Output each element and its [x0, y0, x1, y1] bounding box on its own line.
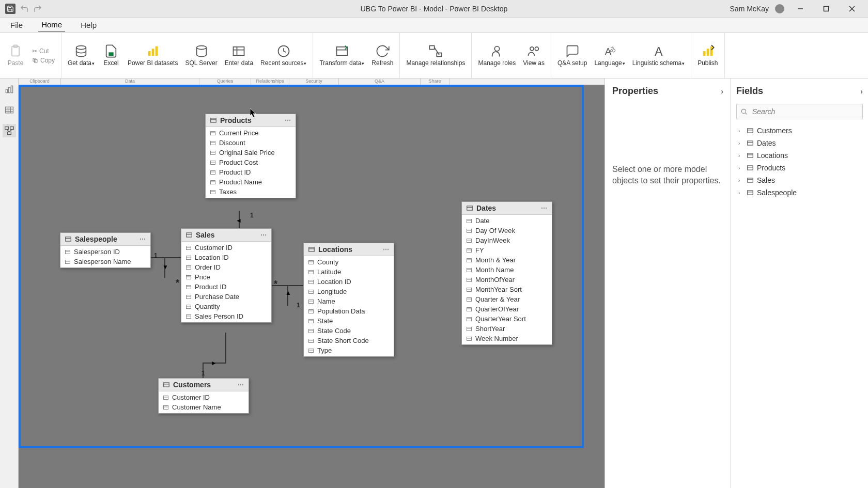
table-field[interactable]: Population Data — [304, 306, 394, 316]
table-field[interactable]: Salesperson ID — [60, 247, 150, 257]
fields-table-item[interactable]: ›Customers — [736, 125, 863, 136]
table-field[interactable]: DayInWeek — [462, 235, 552, 245]
table-field[interactable]: Product ID — [206, 167, 296, 177]
more-options-icon[interactable]: ⋯ — [285, 117, 291, 124]
table-field[interactable]: State Code — [304, 326, 394, 336]
redo-icon[interactable] — [33, 4, 42, 13]
fields-table-item[interactable]: ›Products — [736, 163, 863, 173]
relationship-line[interactable] — [225, 333, 226, 364]
table-field[interactable]: County — [304, 257, 394, 267]
table-field[interactable]: Location ID — [181, 253, 271, 262]
enter-data-button[interactable]: Enter data — [222, 42, 256, 69]
table-field[interactable]: Location ID — [304, 277, 394, 287]
table-field[interactable]: Customer Name — [159, 402, 249, 412]
fields-table-item[interactable]: ›Sales — [736, 175, 863, 185]
table-locations[interactable]: Locations ⋯ CountyLatitudeLocation IDLon… — [303, 243, 394, 357]
table-field[interactable]: FY — [462, 245, 552, 255]
undo-icon[interactable] — [20, 4, 29, 13]
more-options-icon[interactable]: ⋯ — [260, 231, 267, 239]
fields-table-item[interactable]: ›Locations — [736, 150, 863, 161]
report-view-button[interactable] — [3, 83, 16, 96]
table-header-salespeople[interactable]: Salespeople ⋯ — [60, 233, 150, 246]
collapse-properties-icon[interactable]: › — [721, 87, 723, 96]
table-field[interactable]: Customer ID — [181, 243, 271, 253]
qna-setup-button[interactable]: Q&A setup — [554, 42, 590, 69]
data-view-button[interactable] — [3, 103, 16, 117]
table-products[interactable]: Products ⋯ Current PriceDiscountOriginal… — [205, 114, 296, 198]
more-options-icon[interactable]: ⋯ — [238, 381, 244, 388]
table-field[interactable]: Product Name — [206, 177, 296, 187]
linguistic-schema-button[interactable]: ALinguistic schema▾ — [629, 42, 688, 69]
table-field[interactable]: State Short Code — [304, 336, 394, 345]
table-field[interactable]: Type — [304, 345, 394, 355]
table-field[interactable]: Week Number — [462, 334, 552, 343]
table-field[interactable]: Current Price — [206, 128, 296, 138]
table-field[interactable]: Name — [304, 296, 394, 306]
table-field[interactable]: Quantity — [181, 302, 271, 311]
manage-roles-button[interactable]: Manage roles — [475, 42, 519, 69]
more-options-icon[interactable]: ⋯ — [541, 204, 548, 212]
table-sales[interactable]: Sales ⋯ Customer IDLocation IDOrder IDPr… — [181, 228, 272, 323]
maximize-button[interactable] — [816, 2, 836, 16]
table-salespeople[interactable]: Salespeople ⋯ Salesperson IDSalesperson … — [60, 232, 151, 268]
collapse-fields-icon[interactable]: › — [860, 87, 863, 96]
refresh-button[interactable]: Refresh — [368, 42, 396, 69]
table-header-dates[interactable]: Dates ⋯ — [462, 202, 552, 215]
fields-table-item[interactable]: ›Salespeople — [736, 187, 863, 198]
menu-home[interactable]: Home — [38, 18, 65, 32]
more-options-icon[interactable]: ⋯ — [140, 235, 146, 243]
table-field[interactable]: Latitude — [304, 267, 394, 277]
table-field[interactable]: Quarter & Year — [462, 294, 552, 304]
model-canvas[interactable]: Clipboard Data Queries Relationships Sec… — [19, 78, 605, 488]
pbi-datasets-button[interactable]: Power BI datasets — [125, 42, 181, 69]
table-field[interactable]: MonthOfYear — [462, 275, 552, 285]
table-field[interactable]: Purchase Date — [181, 292, 271, 302]
recent-sources-button[interactable]: Recent sources▾ — [257, 42, 309, 69]
table-field[interactable]: Original Sale Price — [206, 148, 296, 158]
view-as-button[interactable]: View as — [520, 42, 548, 69]
transform-data-button[interactable]: Transform data▾ — [316, 42, 367, 69]
minimize-button[interactable] — [791, 2, 810, 16]
table-field[interactable]: Sales Person ID — [181, 311, 271, 321]
save-icon[interactable] — [5, 4, 16, 14]
menu-help[interactable]: Help — [78, 19, 100, 32]
cut-button[interactable]: ✂Cut — [32, 48, 55, 55]
copy-button[interactable]: Copy — [32, 57, 55, 64]
user-avatar-icon[interactable] — [775, 4, 784, 13]
more-options-icon[interactable]: ⋯ — [383, 246, 390, 253]
table-field[interactable]: Longitude — [304, 287, 394, 296]
table-field[interactable]: Price — [181, 272, 271, 282]
table-header-sales[interactable]: Sales ⋯ — [181, 229, 271, 242]
close-button[interactable] — [842, 2, 862, 16]
publish-button[interactable]: Publish — [694, 42, 721, 69]
paste-button[interactable]: Paste — [3, 42, 28, 69]
table-header-products[interactable]: Products ⋯ — [206, 114, 296, 127]
table-field[interactable]: Date — [462, 216, 552, 226]
sql-server-button[interactable]: SQL Server — [182, 42, 220, 69]
table-field[interactable]: QuarterOfYear — [462, 304, 552, 314]
table-field[interactable]: Taxes — [206, 187, 296, 197]
table-field[interactable]: Customer ID — [159, 392, 249, 402]
model-view-button[interactable] — [3, 124, 16, 137]
excel-button[interactable]: Excel — [99, 42, 123, 69]
get-data-button[interactable]: Get data▾ — [65, 42, 98, 69]
table-customers[interactable]: Customers ⋯ Customer IDCustomer Name — [158, 378, 249, 414]
table-field[interactable]: Product Cost — [206, 158, 296, 167]
table-field[interactable]: Day Of Week — [462, 226, 552, 235]
table-field[interactable]: QuarterYear Sort — [462, 314, 552, 324]
table-field[interactable]: Month & Year — [462, 255, 552, 265]
manage-relationships-button[interactable]: Manage relationships — [403, 42, 468, 69]
table-field[interactable]: Order ID — [181, 262, 271, 272]
table-field[interactable]: Product ID — [181, 282, 271, 292]
table-header-locations[interactable]: Locations ⋯ — [304, 243, 394, 256]
table-field[interactable]: Month Name — [462, 265, 552, 275]
menu-file[interactable]: File — [7, 19, 26, 32]
language-button[interactable]: AあLanguage▾ — [591, 42, 628, 69]
table-field[interactable]: MonthYear Sort — [462, 285, 552, 294]
table-field[interactable]: Salesperson Name — [60, 257, 150, 266]
table-field[interactable]: ShortYear — [462, 324, 552, 334]
fields-table-item[interactable]: ›Dates — [736, 138, 863, 148]
search-input[interactable] — [736, 104, 863, 119]
table-field[interactable]: Discount — [206, 138, 296, 148]
table-header-customers[interactable]: Customers ⋯ — [159, 379, 249, 391]
